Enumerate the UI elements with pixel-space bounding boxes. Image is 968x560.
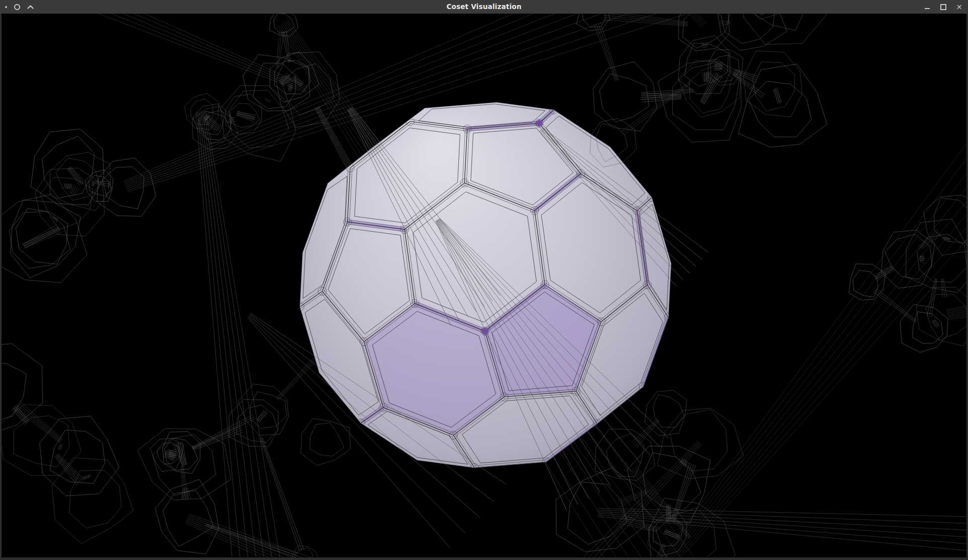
window-title: Coset Visualization [0,0,968,14]
titlebar[interactable]: Coset Visualization ✕ [0,0,968,14]
dot-icon [5,6,7,8]
viewport [2,14,966,557]
circle-icon[interactable] [14,4,20,10]
maximize-button[interactable] [939,3,947,11]
app-window: Coset Visualization ✕ [0,0,968,560]
minimize-button[interactable] [923,3,931,11]
minimize-icon [925,8,930,9]
window-controls: ✕ [923,0,963,14]
maximize-icon [940,4,946,10]
close-button[interactable]: ✕ [955,3,963,11]
scene-canvas[interactable] [2,14,966,557]
chevron-up-icon[interactable] [27,5,34,9]
titlebar-left-icons [5,0,34,14]
